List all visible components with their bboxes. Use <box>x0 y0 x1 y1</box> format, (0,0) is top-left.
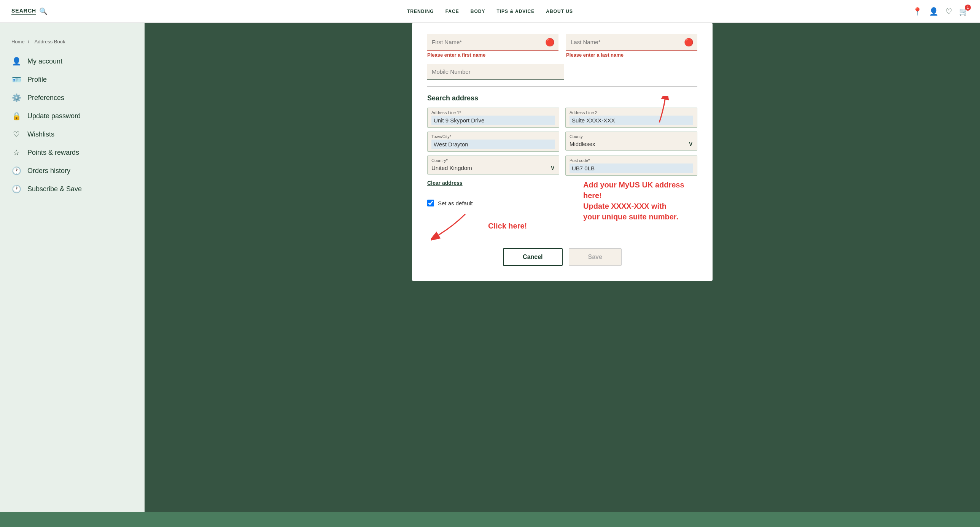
sidebar-label-profile: Profile <box>27 76 47 84</box>
location-icon[interactable]: 📍 <box>913 7 922 16</box>
clear-address-link[interactable]: Clear address <box>427 180 463 186</box>
address-line2-label: Address Line 2 <box>570 110 693 115</box>
breadcrumb-home[interactable]: Home <box>11 39 25 44</box>
address-modal: 🔴 Please enter a first name 🔴 Please ent… <box>412 23 713 281</box>
first-name-wrapper: 🔴 <box>427 34 558 51</box>
page-body: Home / Address Book 👤 My account 🪪 Profi… <box>0 23 980 512</box>
search-icon[interactable]: 🔍 <box>39 7 48 16</box>
country-postcode-row: Country* United Kingdom ∨ Post code* <box>427 156 697 176</box>
profile-icon: 🪪 <box>11 75 21 84</box>
mobile-wrapper <box>427 64 564 80</box>
sidebar-item-update-password[interactable]: 🔒 Update password <box>0 107 145 125</box>
sidebar-label-my-account: My account <box>27 57 62 65</box>
mobile-row <box>427 64 697 80</box>
divider <box>427 86 697 87</box>
address-line1-wrapper: Address Line 1* <box>427 108 559 128</box>
sidebar-label-orders-history: Orders history <box>27 167 70 175</box>
nav-about[interactable]: ABOUT US <box>546 9 573 14</box>
annotation-text: Add your MyUS UK address here! Update XX… <box>576 179 697 222</box>
sidebar-section: 👤 My account 🪪 Profile ⚙️ Preferences 🔒 … <box>0 52 145 202</box>
town-label: Town/City* <box>431 134 555 139</box>
wishlist-icon[interactable]: ♡ <box>945 7 952 16</box>
sidebar-item-profile[interactable]: 🪪 Profile <box>0 70 145 89</box>
modal-overlay: 🔴 Please enter a first name 🔴 Please ent… <box>145 23 980 512</box>
sidebar-item-my-account[interactable]: 👤 My account <box>0 52 145 70</box>
history-icon: 🕐 <box>11 166 21 175</box>
mobile-input[interactable] <box>427 64 564 79</box>
sidebar-item-subscribe-save[interactable]: 🕐 Subscribe & Save <box>0 180 145 198</box>
country-select[interactable]: United Kingdom ∨ <box>431 163 555 172</box>
user-icon: 👤 <box>11 57 21 66</box>
save-button[interactable]: Save <box>569 248 622 266</box>
header: SEARCH 🔍 TRENDING FACE BODY TIPS & ADVIC… <box>0 0 980 23</box>
postcode-input[interactable] <box>570 163 693 173</box>
last-name-error-msg: Please enter a last name <box>566 52 697 58</box>
sidebar: Home / Address Book 👤 My account 🪪 Profi… <box>0 23 145 512</box>
nav-tips[interactable]: TIPS & ADVICE <box>496 9 535 14</box>
sidebar-label-update-password: Update password <box>27 112 81 120</box>
country-select-wrapper[interactable]: Country* United Kingdom ∨ <box>427 156 559 175</box>
address-line2-wrapper: Address Line 2 <box>565 108 697 128</box>
last-name-wrapper: 🔴 <box>566 34 697 51</box>
main-nav: TRENDING FACE BODY TIPS & ADVICE ABOUT U… <box>407 9 573 14</box>
search-label[interactable]: SEARCH <box>11 8 36 15</box>
first-name-group: 🔴 Please enter a first name <box>427 34 558 58</box>
last-name-input[interactable] <box>566 34 697 50</box>
sidebar-label-points-rewards: Points & rewards <box>27 149 79 157</box>
postcode-label: Post code* <box>570 158 693 163</box>
town-wrapper: Town/City* <box>427 132 559 152</box>
nav-face[interactable]: FACE <box>445 9 459 14</box>
postcode-wrapper: Post code* <box>565 156 697 176</box>
county-chevron-icon: ∨ <box>688 140 693 148</box>
set-default-checkbox[interactable] <box>427 200 434 206</box>
click-here-arrow <box>431 210 477 241</box>
county-select[interactable]: Middlesex ∨ <box>570 140 693 148</box>
user-icon[interactable]: 👤 <box>929 7 939 16</box>
nav-trending[interactable]: TRENDING <box>407 9 434 14</box>
town-group: Town/City* <box>427 132 559 152</box>
country-group: Country* United Kingdom ∨ <box>427 156 559 176</box>
sidebar-label-preferences: Preferences <box>27 94 64 102</box>
last-name-group: 🔴 Please enter a last name <box>566 34 697 58</box>
mobile-group <box>427 64 564 80</box>
county-label: County <box>570 134 693 139</box>
breadcrumb-current: Address Book <box>35 39 65 44</box>
address-line1-input[interactable] <box>431 116 555 125</box>
cart-icon[interactable]: 🛒 1 <box>959 7 969 16</box>
address-line2-input[interactable] <box>570 116 693 125</box>
address-line1-group: Address Line 1* <box>427 108 559 128</box>
breadcrumb: Home / Address Book <box>0 34 145 52</box>
cancel-button[interactable]: Cancel <box>503 248 562 266</box>
lock-icon: 🔒 <box>11 111 21 121</box>
gear-icon: ⚙️ <box>11 93 21 102</box>
first-name-error-icon: 🔴 <box>545 38 555 47</box>
address-line1-label: Address Line 1* <box>431 110 555 115</box>
country-label: Country* <box>431 158 555 163</box>
main-content: 🔴 Please enter a first name 🔴 Please ent… <box>145 23 980 512</box>
last-name-error-icon: 🔴 <box>684 38 694 47</box>
button-row: Cancel Save <box>427 248 697 266</box>
sidebar-label-wishlists: Wishlists <box>27 130 54 138</box>
nav-body[interactable]: BODY <box>471 9 485 14</box>
sidebar-label-subscribe-save: Subscribe & Save <box>27 185 82 193</box>
first-name-input[interactable] <box>427 34 558 50</box>
set-default-label: Set as default <box>438 200 473 206</box>
subscribe-icon: 🕐 <box>11 184 21 194</box>
county-group: County Middlesex ∨ <box>565 132 697 152</box>
town-county-row: Town/City* County Middlesex ∨ <box>427 132 697 152</box>
country-value: United Kingdom <box>431 165 472 171</box>
country-chevron-icon: ∨ <box>550 163 555 172</box>
header-left: SEARCH 🔍 <box>11 7 48 16</box>
town-input[interactable] <box>431 140 555 149</box>
cart-badge: 1 <box>965 5 971 11</box>
sidebar-item-preferences[interactable]: ⚙️ Preferences <box>0 89 145 107</box>
county-value: Middlesex <box>570 141 595 147</box>
sidebar-item-orders-history[interactable]: 🕐 Orders history <box>0 162 145 180</box>
sidebar-item-points-rewards[interactable]: ☆ Points & rewards <box>0 143 145 162</box>
set-default-row: Set as default <box>427 200 527 206</box>
sidebar-item-wishlists[interactable]: ♡ Wishlists <box>0 125 145 143</box>
county-select-wrapper[interactable]: County Middlesex ∨ <box>565 132 697 151</box>
header-icons: 📍 👤 ♡ 🛒 1 <box>913 7 969 16</box>
annotation-arrow <box>644 96 675 126</box>
star-icon: ☆ <box>11 148 21 157</box>
